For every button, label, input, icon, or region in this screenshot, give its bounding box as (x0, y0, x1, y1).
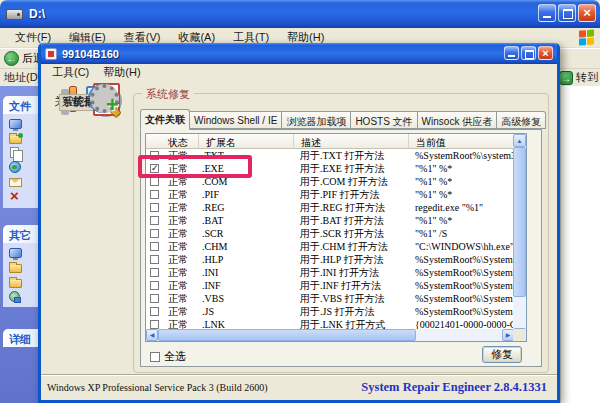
row-checkbox[interactable] (150, 177, 159, 186)
row-status: 正常 (159, 266, 198, 279)
folder-open-icon[interactable] (9, 264, 22, 273)
row-checkbox[interactable] (150, 307, 159, 316)
row-current-value: "%1" %* (408, 188, 514, 201)
dialog-client: 关于 SREng 启动项目 系统修复 智能扫描 扩展 (41, 81, 557, 374)
monitor-icon[interactable] (9, 119, 22, 129)
maximize-icon[interactable] (558, 4, 576, 22)
row-checkbox[interactable] (150, 151, 159, 160)
row-checkbox[interactable] (150, 229, 159, 238)
menu-item[interactable]: 帮助(H) (96, 64, 147, 81)
table-row[interactable]: 正常 .BAT 用于.BAT 打开方法 "%1" %* (146, 214, 514, 227)
row-current-value: %SystemRoot%\System32\ (408, 253, 514, 266)
row-extension: .BAT (198, 214, 293, 227)
row-checkbox[interactable] (150, 281, 159, 290)
task-panel-title[interactable]: 文件 (3, 96, 38, 114)
row-checkbox[interactable] (150, 320, 159, 329)
table-row[interactable]: 正常 .TXT 用于.TXT 打开方法 %SystemRoot%\system3… (146, 149, 514, 162)
file-association-panel: 状态 扩展名 描述 当前值 正常 .TXT 用于.TXT 打 (140, 129, 542, 367)
row-checkbox[interactable] (150, 294, 159, 303)
folder-publish-icon[interactable] (9, 135, 22, 144)
row-status: 正常 (159, 201, 198, 214)
row-checkbox[interactable] (150, 203, 159, 212)
explorer-title: D:\ (29, 7, 45, 21)
table-row[interactable]: 正常 .EXE 用于.EXE 打开方法 "%1" %* (146, 162, 514, 175)
table-row[interactable]: 正常 .HLP 用于.HLP 打开方法 %SystemRoot%\System3… (146, 253, 514, 266)
row-extension: .CHM (198, 240, 293, 253)
table-row[interactable]: 正常 .JS 用于.JS 打开方法 %SystemRoot%\System32\ (146, 305, 514, 318)
row-current-value: %SystemRoot%\System32\ (408, 305, 514, 318)
computer-icon[interactable] (9, 248, 22, 258)
row-extension: .TXT (198, 149, 293, 162)
row-extension: .INI (198, 266, 293, 279)
row-extension: .INF (198, 279, 293, 292)
row-description: 用于.TXT 打开方法 (293, 149, 408, 162)
column-header-value[interactable]: 当前值 (409, 134, 514, 149)
table-row[interactable]: 正常 .PIF 用于.PIF 打开方法 "%1" %* (146, 188, 514, 201)
table-row[interactable]: 正常 .REG 用于.REG 打开方法 regedit.exe "%1" (146, 201, 514, 214)
sreng-dialog: 99104B160 × 工具(C)帮助(H) 关于 SREng 启动项目 (38, 43, 560, 403)
explorer-file-area (560, 86, 600, 403)
go-button[interactable]: → 转到 (559, 70, 598, 85)
windows-logo-icon (579, 29, 596, 46)
dialog-titlebar[interactable]: 99104B160 × (41, 43, 557, 64)
row-extension: .REG (198, 201, 293, 214)
network-icon[interactable] (9, 291, 20, 302)
row-current-value: %SystemRoot%\System32\ (408, 266, 514, 279)
dialog-window-buttons: × (504, 46, 553, 60)
row-checkbox[interactable] (150, 268, 159, 277)
table-row[interactable]: 正常 .INF 用于.INF 打开方法 %SystemRoot%\System3… (146, 279, 514, 292)
task-panel-title[interactable]: 其它 (3, 225, 38, 243)
delete-icon[interactable] (9, 190, 22, 203)
table-row[interactable]: 正常 .SCR 用于.SCR 打开方法 "%1" /S (146, 227, 514, 240)
sidebar-item[interactable]: 扩展 (45, 81, 123, 109)
tab[interactable]: Windows Shell / IE (190, 111, 282, 129)
row-checkbox[interactable] (150, 216, 159, 225)
scroll-left-icon[interactable]: ◀ (146, 329, 158, 341)
table-row[interactable]: 正常 .CHM 用于.CHM 打开方法 "C:\WINDOWS\hh.exe" … (146, 240, 514, 253)
row-checkbox[interactable] (150, 242, 159, 251)
row-description: 用于.EXE 打开方法 (293, 162, 408, 175)
minimize-icon[interactable] (504, 46, 519, 60)
task-panel-title[interactable]: 详细 (3, 329, 38, 347)
minimize-icon[interactable] (538, 4, 556, 22)
email-icon[interactable] (9, 178, 22, 187)
row-checkbox[interactable] (150, 164, 159, 173)
folder-icon[interactable] (9, 279, 22, 288)
row-description: 用于.REG 打开方法 (293, 201, 408, 214)
select-all-checkbox[interactable]: 全选 (150, 349, 186, 364)
go-label: 转到 (576, 70, 598, 85)
close-icon[interactable]: × (578, 4, 596, 22)
row-description: 用于.JS 打开方法 (293, 305, 408, 318)
tab[interactable]: 高级修复 (497, 111, 546, 129)
row-checkbox[interactable] (150, 255, 159, 264)
maximize-icon[interactable] (521, 46, 536, 60)
row-status: 正常 (159, 214, 198, 227)
row-status: 正常 (159, 227, 198, 240)
column-header-description[interactable]: 描述 (294, 134, 409, 149)
row-checkbox[interactable] (150, 190, 159, 199)
close-icon[interactable]: × (538, 46, 553, 60)
vertical-scroll-thumb[interactable] (513, 147, 526, 297)
copy-icon[interactable] (10, 147, 19, 158)
table-row[interactable]: 正常 .COM 用于.COM 打开方法 "%1" %* (146, 175, 514, 188)
row-description: 用于.COM 打开方法 (293, 175, 408, 188)
globe-icon[interactable] (9, 161, 21, 173)
vertical-scrollbar[interactable]: ▲ ▼ (513, 134, 526, 341)
scroll-up-icon[interactable]: ▲ (513, 134, 526, 147)
menu-item[interactable]: 工具(C) (45, 64, 96, 81)
sreng-icon (45, 48, 57, 60)
tab[interactable]: HOSTS 文件 (351, 111, 417, 129)
explorer-titlebar[interactable]: D:\ × (0, 0, 600, 28)
row-current-value: "%1" %* (408, 214, 514, 227)
column-header-extension[interactable]: 扩展名 (199, 134, 294, 149)
table-row[interactable]: 正常 .VBS 用于.VBS 打开方法 %SystemRoot%\System3… (146, 292, 514, 305)
tab[interactable]: Winsock 供应者 (418, 111, 498, 129)
row-extension: .JS (198, 305, 293, 318)
tab[interactable]: 浏览器加载项 (282, 111, 351, 129)
horizontal-scrollbar[interactable]: ◀ ▶ (146, 329, 514, 341)
horizontal-scroll-thumb[interactable] (158, 329, 416, 341)
repair-button[interactable]: 修复 (482, 346, 522, 363)
table-row[interactable]: 正常 .INI 用于.INI 打开方法 %SystemRoot%\System3… (146, 266, 514, 279)
tab[interactable]: 文件关联 (140, 109, 190, 130)
column-header-status[interactable]: 状态 (146, 134, 199, 149)
